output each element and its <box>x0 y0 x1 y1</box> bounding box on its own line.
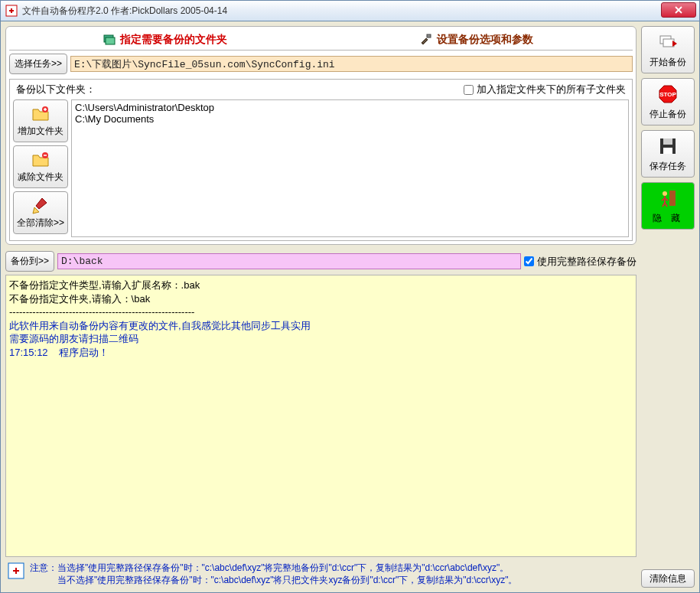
list-item[interactable]: C:\Users\Administrator\Desktop <box>75 102 625 113</box>
tab1-label: 指定需要备份的文件夹 <box>120 33 227 47</box>
svg-rect-8 <box>663 39 674 47</box>
footer-note: 注意：当选择"使用完整路径保存备份"时："c:\abc\def\xyz"将完整地… <box>5 560 637 588</box>
remove-folder-button[interactable]: 减除文件夹 <box>13 145 68 188</box>
stop-icon: STOP <box>657 83 679 105</box>
include-subfolders-checkbox[interactable] <box>464 85 474 95</box>
svg-rect-2 <box>106 37 115 44</box>
groupbox-title: 备份以下文件夹： <box>16 83 96 96</box>
use-full-path-label[interactable]: 使用完整路径保存备份 <box>524 255 637 269</box>
folder-remove-icon <box>31 151 50 169</box>
svg-rect-3 <box>427 34 431 37</box>
right-toolbar: 开始备份 STOP 停止备份 保存任务 隐 藏 清除信息 <box>641 26 695 588</box>
tab-specify-folders[interactable]: 指定需要备份的文件夹 <box>9 30 321 50</box>
svg-rect-13 <box>663 148 672 154</box>
window-close-button[interactable] <box>661 2 696 18</box>
tabs-row: 指定需要备份的文件夹 设置备份选项和参数 <box>9 30 633 51</box>
add-folder-button[interactable]: 增加文件夹 <box>13 99 68 142</box>
top-panel: 指定需要备份的文件夹 设置备份选项和参数 选择任务>> 备份以下文件夹： 加入指… <box>5 26 637 245</box>
folders-groupbox: 备份以下文件夹： 加入指定文件夹下的所有子文件夹 增加文件夹 <box>9 79 633 241</box>
window-titlebar: 文件自动备份程序2.0 作者:PickDollars 2005-04-14 <box>0 0 700 21</box>
start-icon <box>657 31 679 53</box>
svg-rect-12 <box>663 138 672 145</box>
floppy-icon <box>657 135 679 157</box>
clear-log-button[interactable]: 清除信息 <box>641 569 695 588</box>
task-path-input[interactable] <box>70 56 633 72</box>
broom-icon <box>31 197 50 215</box>
note-icon <box>7 562 25 580</box>
hide-icon <box>657 187 679 209</box>
folder-add-icon <box>31 105 50 123</box>
folder-listbox[interactable]: C:\Users\Administrator\Desktop C:\My Doc… <box>71 99 629 237</box>
backup-to-button[interactable]: 备份到>> <box>5 251 54 272</box>
svg-text:STOP: STOP <box>659 91 676 98</box>
close-icon <box>675 6 682 14</box>
app-icon <box>5 5 18 17</box>
hide-button[interactable]: 隐 藏 <box>641 182 695 230</box>
list-item[interactable]: C:\My Documents <box>75 113 625 125</box>
log-textarea[interactable]: 不备份指定文件类型,请输入扩展名称：.bak 不备份指定文件夹,请输入：\bak… <box>5 275 637 557</box>
use-full-path-checkbox[interactable] <box>524 256 534 266</box>
tab2-label: 设置备份选项和参数 <box>437 33 533 47</box>
stop-backup-button[interactable]: STOP 停止备份 <box>641 78 695 125</box>
note-line-2: 当不选择"使用完整路径保存备份"时："c:\abc\def\xyz"将只把文件夹… <box>30 574 517 586</box>
svg-point-15 <box>663 191 667 196</box>
start-backup-button[interactable]: 开始备份 <box>641 26 695 73</box>
hammer-icon <box>420 34 432 46</box>
include-subfolders-label[interactable]: 加入指定文件夹下的所有子文件夹 <box>464 83 626 96</box>
note-line-1: 注意：当选择"使用完整路径保存备份"时："c:\abc\def\xyz"将完整地… <box>30 562 517 574</box>
select-task-button[interactable]: 选择任务>> <box>9 54 67 74</box>
window-title: 文件自动备份程序2.0 作者:PickDollars 2005-04-14 <box>22 5 227 18</box>
save-task-button[interactable]: 保存任务 <box>641 130 695 178</box>
folders-tab-icon <box>103 34 116 46</box>
clear-all-button[interactable]: 全部清除>> <box>13 191 68 234</box>
backup-destination-row: 备份到>> 使用完整路径保存备份 <box>5 251 637 272</box>
svg-rect-14 <box>669 191 676 206</box>
tab-backup-options[interactable]: 设置备份选项和参数 <box>321 30 633 50</box>
destination-path-input[interactable] <box>57 253 521 269</box>
